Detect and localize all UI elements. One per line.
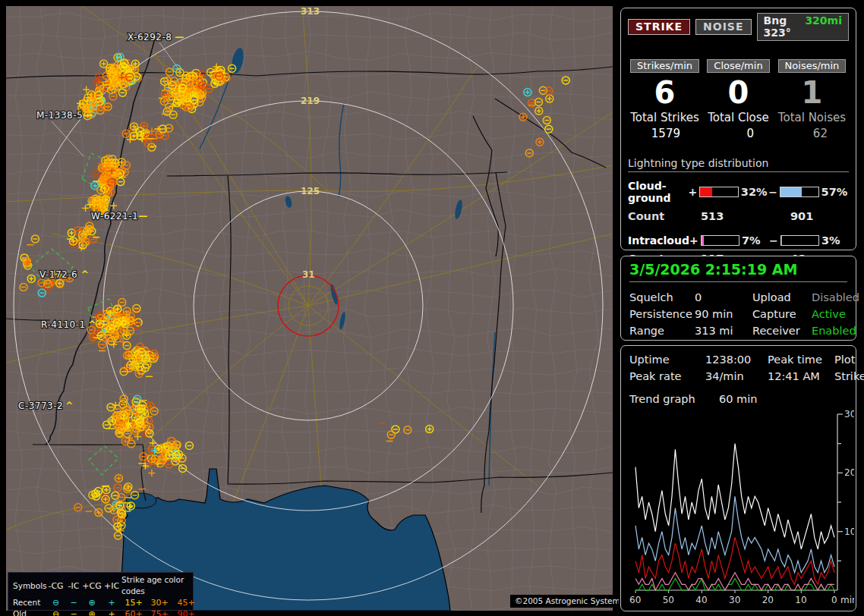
plot-label: Plot	[834, 354, 864, 366]
cg-minus-count: 901	[790, 210, 813, 222]
ic-minus-bar	[780, 235, 819, 246]
lightning-map[interactable]: 31321912531X-6292-8—M-1338-5—W-6221-1—V-…	[6, 6, 613, 611]
x-tick-label: 20	[762, 595, 774, 605]
storm-cell-label: M-1338-5	[36, 110, 83, 121]
y-tick-label: 30	[844, 409, 854, 420]
x-tick-label: 50	[663, 595, 674, 605]
range-ring-label: 219	[301, 96, 320, 106]
ic-plus-pct: 7%	[742, 234, 769, 247]
trend-series-neg-ic	[635, 573, 834, 590]
cg-count-label: Count	[628, 210, 701, 222]
pos-cg-old-icon: ⊕	[82, 608, 102, 616]
alarm-ring-label: 31	[302, 269, 315, 280]
pos-cg-recent-icon: ⊕	[82, 597, 102, 608]
cg-plus-pct: 32%	[741, 186, 768, 198]
age-75: 75+	[146, 608, 173, 616]
range-ring-label: 313	[301, 6, 320, 17]
peak-time-label: Peak time	[768, 354, 834, 366]
cell-trend-indicator: —	[84, 110, 93, 121]
trend-graph-label: Trend graph	[629, 393, 719, 405]
cell-trend-indicator: —	[138, 211, 147, 222]
squelch-value: 0	[695, 291, 752, 303]
trend-group: Uptime 1238:00 Peak time Plot Peak rate …	[620, 345, 856, 611]
y-tick-label: 10	[844, 526, 854, 537]
range-label: Range	[629, 325, 695, 337]
noise-button[interactable]: NOISE	[695, 19, 751, 35]
legend-col-neg-cg: -CG	[46, 580, 65, 592]
trend-chart: 1020306050403020100min	[629, 408, 854, 607]
total-close-value: 0	[746, 127, 775, 140]
storm-cell-label: R-4110-1	[41, 319, 86, 330]
persistence-label: Persistence	[629, 308, 695, 320]
legend-col-neg-ic: -IC	[65, 580, 82, 592]
neg-ic-recent-icon: −	[65, 597, 82, 608]
cg-plus-count: 513	[701, 210, 790, 222]
minus-sign: −	[768, 186, 777, 198]
cell-trend-indicator: —	[175, 32, 184, 42]
x-axis-unit: min	[840, 595, 854, 605]
map-legend: Symbols -CG -IC +CG +IC Strike age color…	[8, 572, 194, 611]
y-tick-label: 20	[844, 467, 854, 478]
neg-cg-recent-icon: ⊖	[46, 597, 65, 608]
close-per-min-chip: Close/min	[707, 59, 769, 73]
persistence-value: 90 min	[695, 308, 752, 320]
x-tick-label: 0	[831, 595, 837, 605]
trend-series-neg-cg	[635, 496, 834, 573]
age-60: 60+	[121, 608, 146, 616]
uptime-value: 1238:00	[705, 354, 768, 366]
receiver-value: Enabled	[812, 325, 859, 337]
cg-minus-pct: 57%	[821, 186, 849, 198]
legend-col-pos-cg: +CG	[82, 580, 102, 592]
cell-trend-indicator: ^	[65, 401, 73, 411]
legend-row-recent: Recent	[13, 597, 46, 608]
plus-sign: +	[688, 186, 697, 198]
capture-label: Capture	[752, 308, 812, 320]
cg-minus-bar	[780, 187, 819, 197]
age-90: 90+	[173, 608, 199, 616]
pos-ic-recent-icon: +	[102, 597, 121, 608]
legend-col-pos-ic: +IC	[102, 580, 121, 592]
trend-window-value: 60 min	[719, 393, 847, 405]
x-tick-label: 10	[795, 595, 806, 605]
cell-trend-indicator: ^	[88, 319, 96, 330]
upload-label: Upload	[752, 291, 812, 303]
minus-sign: −	[769, 234, 778, 247]
peak-time-value: 12:41 AM	[768, 370, 834, 382]
peak-rate-label: Peak rate	[629, 370, 705, 382]
uptime-label: Uptime	[629, 354, 705, 366]
legend-symbols-header: Symbols	[13, 580, 46, 592]
cursor-distance: 320mi	[805, 14, 842, 39]
map-canvas[interactable]: 31321912531X-6292-8—M-1338-5—W-6221-1—V-…	[6, 6, 613, 611]
legend-age-header: Strike age color codes	[121, 574, 199, 597]
copyright-text: ©2005 Astrogenic Systems	[510, 595, 629, 608]
storm-cell-label: X-6292-8	[128, 32, 172, 42]
total-strikes-value: 1579	[651, 127, 702, 140]
bearing-readout: Bng 323° 320mi	[757, 13, 849, 41]
cloud-ground-label: Cloud-ground	[628, 180, 688, 204]
datetime-display: 3/5/2026 2:15:19 AM	[629, 261, 847, 282]
receiver-label: Receiver	[752, 325, 812, 337]
squelch-label: Squelch	[629, 291, 695, 303]
total-noises-label: Total Noises	[778, 111, 846, 124]
peak-rate-value: 34/min	[705, 370, 768, 382]
neg-cg-old-icon: ⊖	[46, 608, 65, 616]
storm-cell-label: C-3773-2	[18, 401, 63, 411]
side-panel: STRIKE NOISE Bng 323° 320mi Strikes/min …	[619, 0, 859, 616]
ic-minus-pct: 3%	[821, 234, 849, 247]
total-close-label: Total Close	[708, 111, 769, 124]
storm-cell-label: W-6221-1	[91, 211, 138, 222]
ic-plus-bar	[701, 235, 739, 246]
range-value: 313 mi	[695, 325, 752, 337]
noises-per-min-value: 1	[802, 76, 823, 109]
bearing-value: Bng 323°	[764, 14, 796, 39]
x-tick-label: 30	[729, 595, 740, 605]
range-ring-label: 125	[301, 186, 320, 196]
strike-button[interactable]: STRIKE	[628, 19, 690, 35]
distribution-title: Lightning type distribution	[628, 157, 849, 172]
status-group: 3/5/2026 2:15:19 AM Squelch 0 Upload Dis…	[620, 256, 856, 341]
plus-sign: +	[689, 234, 698, 247]
strikes-per-min-value: 6	[654, 76, 676, 109]
total-strikes-label: Total Strikes	[630, 111, 699, 124]
noises-per-min-chip: Noises/min	[778, 59, 847, 73]
plot-mode-value: Strike	[834, 370, 864, 382]
